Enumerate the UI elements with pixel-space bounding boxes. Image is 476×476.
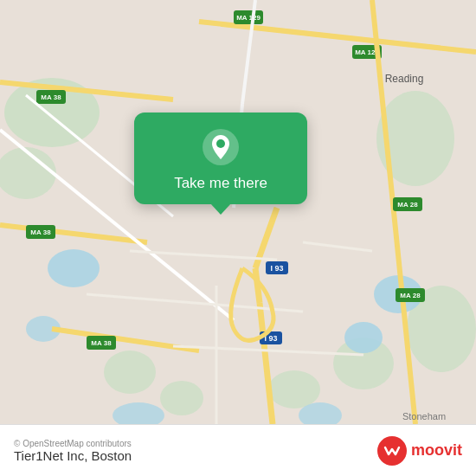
moovit-text: moovit: [411, 441, 462, 460]
svg-text:MA 38: MA 38: [41, 93, 61, 101]
bottom-bar: © OpenStreetMap contributors Tier1Net In…: [0, 424, 476, 476]
svg-point-6: [104, 351, 156, 394]
location-pin-icon: [202, 128, 240, 166]
svg-text:Stoneham: Stoneham: [402, 411, 446, 421]
svg-text:MA 28: MA 28: [397, 201, 418, 209]
attribution-text: © OpenStreetMap contributors: [14, 439, 132, 448]
svg-point-53: [216, 139, 225, 148]
moovit-logo[interactable]: moovit: [376, 435, 462, 466]
moovit-icon: [376, 435, 408, 466]
svg-rect-0: [0, 0, 476, 424]
bottom-info: © OpenStreetMap contributors Tier1Net In…: [14, 439, 132, 463]
svg-text:Reading: Reading: [385, 73, 424, 85]
svg-text:MA 38: MA 38: [91, 339, 112, 347]
map-view: I 93 I 93 MA 129 MA 129 MA 38 MA 38 MA 3…: [0, 0, 476, 424]
svg-point-8: [268, 370, 320, 408]
location-title: Tier1Net Inc, Boston: [14, 448, 132, 463]
location-popup[interactable]: Take me there: [134, 113, 307, 204]
svg-point-11: [344, 322, 383, 353]
svg-text:MA 38: MA 38: [30, 228, 51, 236]
svg-text:MA 28: MA 28: [400, 292, 421, 299]
popup-label: Take me there: [174, 175, 267, 192]
svg-text:I 93: I 93: [270, 264, 283, 273]
svg-text:MA 129: MA 129: [236, 14, 261, 22]
svg-point-7: [160, 381, 203, 415]
svg-point-9: [48, 249, 100, 287]
